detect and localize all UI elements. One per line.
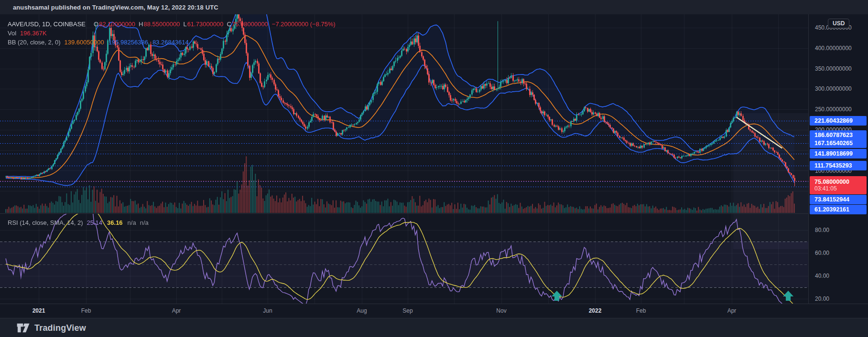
rsi-value: 25.14 bbox=[87, 219, 103, 226]
price-level-label: 167.16540265 bbox=[810, 138, 867, 148]
chart-plot-area[interactable] bbox=[0, 14, 808, 304]
rsi-sma-value: 36.16 bbox=[107, 219, 123, 226]
attribution-text: anushsamal published on TradingView.com,… bbox=[13, 4, 218, 11]
rsi-label: RSI (14, close, SMA, 14, 2) bbox=[8, 219, 83, 226]
currency-toggle-button[interactable]: USD bbox=[828, 19, 849, 28]
price-level-label: 221.60432869 bbox=[810, 116, 867, 126]
time-axis-month-label: Apr bbox=[727, 307, 737, 314]
volume-legend-row[interactable]: Vol 196.367K bbox=[8, 29, 336, 38]
open-label: O bbox=[94, 21, 98, 28]
high-value: 88.55000000 bbox=[143, 21, 180, 28]
price-axis-tick: 350.00000000 bbox=[815, 65, 852, 72]
time-axis-month-label: Feb bbox=[81, 307, 91, 314]
main-legend: AAVE/USD, 1D, COINBASE O 82.10000000 H 8… bbox=[8, 20, 336, 47]
time-axis-month-label: Apr bbox=[172, 307, 181, 314]
current-price-label: 75.0800000003:41:05 bbox=[810, 176, 867, 194]
bb-lower-value: 83.26843614 bbox=[152, 39, 189, 46]
rsi-lower-na: n/a bbox=[140, 219, 149, 226]
time-axis[interactable]: 2021FebAprJunAugSepNov2022FebApr bbox=[0, 304, 868, 318]
tradingview-brand-text: TradingView bbox=[34, 323, 86, 333]
time-axis-month-label: Nov bbox=[496, 307, 506, 314]
price-axis[interactable]: USD 450.00000000400.00000000350.00000000… bbox=[808, 14, 868, 304]
time-axis-year-label: 2022 bbox=[589, 307, 602, 314]
symbol-title: AAVE/USD, 1D, COINBASE bbox=[8, 21, 86, 28]
close-label: C bbox=[227, 21, 231, 28]
current-price-value: 75.08000000 bbox=[814, 179, 849, 185]
price-level-label: 111.75435293 bbox=[810, 161, 867, 170]
change-value: −7.20000000 (−8.75%) bbox=[272, 21, 336, 28]
rsi-axis-tick: 40.00 bbox=[815, 273, 829, 279]
time-axis-year-label: 2021 bbox=[33, 307, 45, 314]
time-axis-month-label: Jun bbox=[263, 307, 272, 314]
rsi-legend-row[interactable]: RSI (14, close, SMA, 14, 2) 25.14 36.16 … bbox=[8, 218, 152, 227]
time-axis-month-label: Feb bbox=[636, 307, 646, 314]
bb-basis-value: 139.60050000 bbox=[65, 39, 104, 46]
bb-upper-value: 195.98256386 bbox=[108, 39, 148, 46]
high-label: H bbox=[139, 21, 143, 28]
tradingview-logo-icon bbox=[16, 322, 31, 334]
price-axis-tick: 300.00000000 bbox=[815, 85, 852, 92]
bb-legend-row[interactable]: BB (20, close, 2, 0) 139.60050000 195.98… bbox=[8, 38, 336, 47]
volume-label: Vol bbox=[8, 30, 16, 37]
bottom-toolbar: TradingView bbox=[0, 318, 868, 337]
low-label: L bbox=[183, 21, 186, 28]
close-value: 75.08000000 bbox=[232, 21, 268, 28]
price-axis-tick: 250.00000000 bbox=[815, 106, 852, 113]
time-axis-month-label: Sep bbox=[402, 307, 412, 314]
time-axis-month-label: Aug bbox=[357, 307, 367, 314]
bb-label: BB (20, close, 2, 0) bbox=[8, 39, 61, 46]
rsi-upper-na: n/a bbox=[128, 219, 136, 226]
bar-countdown: 03:41:05 bbox=[814, 185, 837, 192]
symbol-legend-row[interactable]: AAVE/USD, 1D, COINBASE O 82.10000000 H 8… bbox=[8, 20, 336, 29]
rsi-axis-tick: 60.00 bbox=[815, 250, 829, 256]
low-value: 61.73000000 bbox=[187, 21, 224, 28]
open-value: 82.10000000 bbox=[99, 21, 135, 28]
price-level-label: 73.84152944 bbox=[810, 195, 867, 204]
volume-value: 196.367K bbox=[20, 30, 47, 37]
price-axis-tick: 400.00000000 bbox=[815, 45, 852, 52]
price-level-label: 61.20392161 bbox=[810, 205, 867, 214]
rsi-axis-tick: 80.00 bbox=[815, 227, 829, 233]
attribution-bar: anushsamal published on TradingView.com,… bbox=[0, 0, 868, 15]
tradingview-logo[interactable]: TradingView bbox=[16, 322, 86, 334]
tradingview-chart-window: anushsamal published on TradingView.com,… bbox=[0, 0, 868, 337]
rsi-axis-tick: 20.00 bbox=[815, 295, 829, 302]
price-level-label: 141.89018699 bbox=[810, 149, 867, 158]
